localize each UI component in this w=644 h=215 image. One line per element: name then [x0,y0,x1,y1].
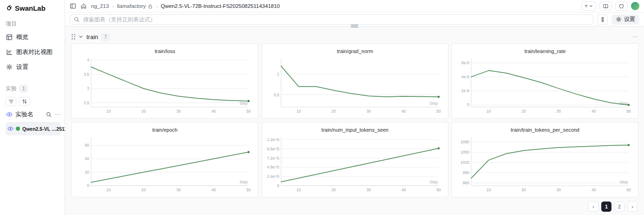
svg-text:60: 60 [85,143,90,148]
sidebar-item-settings[interactable]: 设置 [6,60,61,74]
chart-title: train/grad_norm [266,48,444,54]
sort-button[interactable] [19,97,30,106]
chart-plot[interactable]: 0.511020304050Step [266,55,444,115]
svg-text:3: 3 [87,86,89,91]
header-actions: + [581,1,639,11]
sort-icon [22,99,27,104]
book-icon [603,3,609,9]
filter-button[interactable] [6,97,16,106]
svg-text:Step: Step [240,180,248,184]
charts-content: train 7 ⋯ train/loss2.533.541020304050St… [65,27,644,215]
search-icon [74,17,79,22]
chart-card[interactable]: train/epoch02040601020304050Step [72,122,258,197]
experiment-color-dot [16,127,20,131]
breadcrumb-run[interactable]: Qwen2.5-VL-72B-Instruct-FS20250825114341… [161,3,280,9]
svg-text:50: 50 [246,188,251,192]
svg-text:2.5: 2.5 [84,101,89,105]
svg-text:30: 30 [177,109,181,114]
svg-text:10: 10 [296,109,301,114]
svg-text:1050: 1050 [460,150,469,155]
chart-plot[interactable]: 02.4e+54.8e+57.2e+59.6e+51.2e+6102030405… [266,134,444,194]
svg-text:0: 0 [467,102,469,107]
pagination-next-button[interactable]: › [627,202,637,212]
sidebar-item-chart-compare[interactable]: 图表对比视图 [6,45,61,60]
breadcrumb-separator: › [156,4,158,9]
experiments-count-badge: 1 [20,85,28,93]
pagination-page-1[interactable]: 1 [601,202,611,212]
experiment-name-label: 实验名 [15,110,33,119]
chart-card[interactable]: train/num_input_tokens_seen02.4e+54.8e+5… [262,122,448,197]
panel-resize-handle[interactable] [351,25,358,27]
eye-icon[interactable] [7,125,13,132]
svg-text:20: 20 [85,170,90,175]
chart-group-count-badge: 7 [101,33,110,41]
pagination-prev-button[interactable]: ‹ [588,202,598,212]
docs-button[interactable] [599,1,612,11]
svg-text:10: 10 [106,109,111,114]
chart-title: train/epoch [76,127,254,133]
svg-text:40: 40 [211,109,216,114]
svg-text:7.2e+5: 7.2e+5 [267,156,280,161]
svg-text:10: 10 [486,109,491,114]
sidebar-toggle-icon[interactable] [70,3,76,9]
breadcrumb-workspace[interactable]: ng_213 [91,3,109,9]
swanlab-logo[interactable]: SwanLab [6,4,61,12]
chart-group-title[interactable]: train [86,34,98,40]
drag-handle-icon[interactable] [72,34,75,40]
overview-grid-icon [6,34,13,41]
new-button[interactable]: + [581,1,596,11]
chart-settings-label: 设置 [624,15,635,23]
pagination-page-2[interactable]: 2 [614,202,624,212]
svg-text:50: 50 [436,109,441,114]
eye-icon[interactable] [6,111,13,118]
chart-search-box[interactable] [70,14,593,25]
chart-title: train/num_input_tokens_seen [266,127,444,133]
more-options-icon[interactable]: ⋯ [55,111,61,118]
chart-plot[interactable]: 2.533.541020304050Step [76,55,254,115]
svg-text:3.5: 3.5 [84,72,89,77]
chart-card[interactable]: train/train_tokens_per_second96099010201… [452,122,638,197]
layout-adjust-button[interactable] [597,14,608,25]
chart-title: train/learning_rate [456,48,634,54]
breadcrumb: ng_213 › llamafactory › Qwen2.5-VL-72B-I… [91,3,280,9]
svg-text:4e-5: 4e-5 [461,74,469,79]
experiment-row[interactable]: Qwen2.5-VL …25114341810 [6,122,61,135]
github-button[interactable] [615,1,628,11]
chart-title: train/train_tokens_per_second [456,127,634,133]
svg-text:4: 4 [87,58,89,62]
svg-text:990: 990 [463,170,469,175]
svg-text:40: 40 [401,188,406,192]
chart-search-input[interactable] [82,16,589,23]
svg-text:30: 30 [557,188,561,192]
svg-text:4.8e+5: 4.8e+5 [267,165,280,169]
chart-settings-button[interactable]: 设置 [611,14,639,25]
breadcrumb-project[interactable]: llamafactory [117,3,153,9]
swanlab-logo-icon [6,5,13,12]
slider-icon [600,17,605,22]
chart-plot[interactable]: 02040601020304050Step [76,134,254,194]
chart-card[interactable]: train/grad_norm0.511020304050Step [262,43,448,119]
home-icon[interactable] [80,3,87,9]
chevron-down-icon[interactable] [79,34,83,39]
svg-text:2e-5: 2e-5 [461,88,469,93]
sidebar-item-overview[interactable]: 概览 [6,30,61,45]
group-more-options-icon[interactable]: ⋯ [632,34,638,40]
chart-plot[interactable]: 02e-54e-56e-51020304050Step [456,55,634,115]
svg-text:50: 50 [246,109,251,114]
svg-text:Step: Step [620,180,628,184]
pagination: ‹ 1 2 › [72,202,637,212]
search-icon[interactable] [45,111,52,118]
chart-compare-icon [6,49,13,56]
chart-card[interactable]: train/loss2.533.541020304050Step [72,43,258,119]
chart-plot[interactable]: 9609901020105010801020304050Step [456,134,634,194]
svg-text:40: 40 [85,156,90,161]
logo-text: SwanLab [15,4,46,12]
svg-text:9.6e+5: 9.6e+5 [267,147,280,151]
user-avatar[interactable] [631,2,639,10]
svg-text:50: 50 [626,109,631,114]
charts-grid: train/loss2.533.541020304050Steptrain/gr… [72,43,638,197]
experiment-tools [6,97,61,106]
svg-text:2.4e+5: 2.4e+5 [267,174,280,179]
chart-card[interactable]: train/learning_rate02e-54e-56e-510203040… [452,43,638,119]
svg-text:960: 960 [463,181,469,185]
